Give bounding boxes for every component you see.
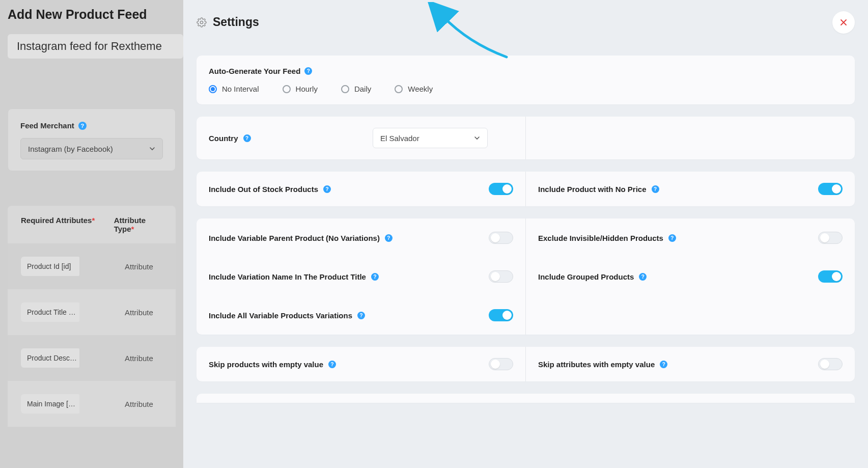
auto-generate-options: No Interval Hourly Daily Weekly	[209, 85, 843, 93]
help-icon[interactable]: ?	[323, 185, 331, 193]
attribute-chip[interactable]: Main Image […	[21, 394, 79, 414]
out-of-stock-toggle[interactable]	[489, 183, 513, 195]
radio-daily[interactable]: Daily	[341, 85, 371, 93]
country-select[interactable]: El Salvador	[373, 128, 488, 148]
var-parent-toggle[interactable]	[489, 232, 513, 244]
close-button[interactable]	[832, 11, 855, 34]
settings-title: Settings	[213, 15, 259, 29]
close-icon	[839, 18, 848, 26]
table-row[interactable]: Product Id [id] Attribute	[8, 243, 176, 289]
var-name-title-toggle[interactable]	[489, 270, 513, 283]
help-icon[interactable]: ?	[652, 185, 659, 193]
grouped-label: Include Grouped Products	[538, 272, 634, 281]
help-icon[interactable]: ?	[639, 273, 647, 281]
background-panel: Add New Product Feed Feed Merchant ? Ins…	[0, 0, 183, 468]
radio-hourly[interactable]: Hourly	[283, 85, 318, 93]
radio-no-interval[interactable]: No Interval	[209, 85, 259, 93]
all-var-toggle[interactable]	[489, 309, 513, 321]
skip-attr-empty-label: Skip attributes with empty value	[538, 360, 655, 369]
attribute-chip[interactable]: Product Desc…	[21, 348, 79, 368]
feed-merchant-select[interactable]: Instagram (by Facebook)	[20, 138, 163, 159]
gear-icon	[197, 17, 207, 27]
help-icon[interactable]: ?	[243, 134, 251, 142]
svg-point-0	[200, 21, 203, 23]
chevron-down-icon	[149, 146, 155, 152]
skip-prod-empty-toggle[interactable]	[489, 358, 513, 370]
exclude-hidden-toggle[interactable]	[818, 232, 843, 244]
skip-prod-empty-label: Skip products with empty value	[209, 360, 323, 369]
attributes-table: Required Attributes* Attribute Type* Pro…	[8, 206, 176, 427]
var-name-title-label: Include Variation Name In The Product Ti…	[209, 272, 366, 281]
table-row[interactable]: Product Desc… Attribute	[8, 335, 176, 381]
table-row[interactable]: Main Image [… Attribute	[8, 381, 176, 427]
help-icon[interactable]: ?	[78, 122, 87, 130]
help-icon[interactable]: ?	[660, 361, 667, 368]
help-icon[interactable]: ?	[328, 361, 336, 368]
help-icon[interactable]: ?	[371, 273, 379, 281]
feed-merchant-label: Feed Merchant ?	[20, 121, 163, 130]
help-icon[interactable]: ?	[357, 312, 365, 319]
page-title: Add New Product Feed	[8, 7, 176, 22]
attribute-chip[interactable]: Product Id [id]	[21, 257, 79, 276]
feed-merchant-card: Feed Merchant ? Instagram (by Facebook)	[8, 108, 176, 171]
settings-overlay: Settings Auto-Generate Your Feed ? N	[183, 0, 868, 468]
toggle-group-2: Include Variable Parent Product (No Vari…	[197, 218, 855, 335]
help-icon[interactable]: ?	[385, 234, 393, 242]
all-var-label: Include All Variable Products Variations	[209, 311, 352, 320]
attribute-chip[interactable]: Product Title …	[21, 302, 79, 322]
auto-generate-card: Auto-Generate Your Feed ? No Interval Ho…	[197, 56, 855, 104]
settings-body: Auto-Generate Your Feed ? No Interval Ho…	[183, 44, 868, 403]
grouped-toggle[interactable]	[818, 270, 843, 283]
toggle-group-1: Include Out of Stock Products ? Include …	[197, 172, 855, 206]
exclude-hidden-label: Exclude Invisible/Hidden Products	[538, 234, 663, 242]
feed-title-input[interactable]	[8, 34, 183, 59]
country-card: Country ? El Salvador	[197, 117, 855, 159]
next-card-edge	[197, 394, 855, 403]
radio-weekly[interactable]: Weekly	[395, 85, 433, 93]
var-parent-label: Include Variable Parent Product (No Vari…	[209, 234, 380, 242]
attributes-header: Required Attributes* Attribute Type*	[8, 206, 176, 243]
no-price-toggle[interactable]	[818, 183, 843, 195]
toggle-group-3: Skip products with empty value ? Skip at…	[197, 347, 855, 381]
auto-generate-label: Auto-Generate Your Feed ?	[209, 67, 843, 75]
settings-header: Settings	[183, 0, 868, 44]
country-label: Country	[209, 134, 238, 143]
table-row[interactable]: Product Title … Attribute	[8, 289, 176, 335]
no-price-label: Include Product with No Price	[538, 185, 647, 194]
out-of-stock-label: Include Out of Stock Products	[209, 185, 318, 194]
help-icon[interactable]: ?	[668, 234, 676, 242]
skip-attr-empty-toggle[interactable]	[818, 358, 843, 370]
help-icon[interactable]: ?	[304, 67, 312, 75]
chevron-down-icon	[474, 135, 480, 141]
